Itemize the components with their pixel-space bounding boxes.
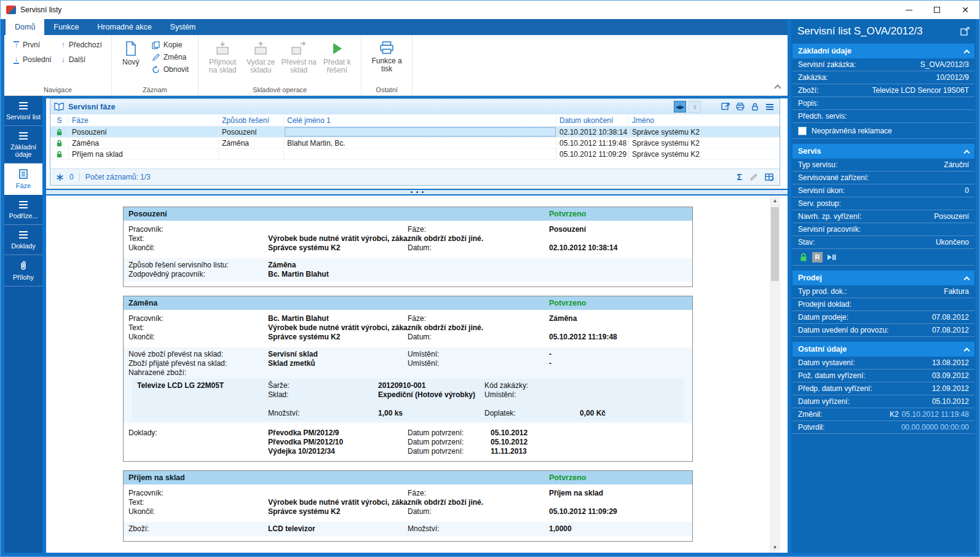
field-typ-prod-dok[interactable]: Typ prod. dok.:Faktura xyxy=(792,285,974,298)
change-button[interactable]: Změna xyxy=(148,52,193,63)
field-value: Správce systému K2 xyxy=(268,333,340,341)
column-header-s[interactable]: S xyxy=(50,114,69,126)
external-window-icon[interactable] xyxy=(960,27,970,36)
new-record-button[interactable]: Nový xyxy=(117,39,145,68)
section-header[interactable]: Základní údaje xyxy=(792,44,974,58)
sidebar-item-doklady[interactable]: Doklady xyxy=(4,225,42,255)
last-button[interactable]: ↓ Poslední xyxy=(9,54,56,65)
play-icon xyxy=(330,41,344,56)
close-button[interactable]: ✕ xyxy=(951,1,979,19)
field-label: Datum prodeje: xyxy=(798,313,848,322)
lock-button[interactable] xyxy=(749,101,761,113)
ribbon-tabs: Domů Funkce Hromadné akce Systém xyxy=(4,19,788,35)
left-sidebar: Servisní list Základní údaje Fáze Podříz… xyxy=(4,96,42,553)
copy-button[interactable]: Kopie xyxy=(148,39,193,50)
field-typ-servisu[interactable]: Typ servisu:Záruční xyxy=(792,159,974,172)
column-header-faze[interactable]: Fáze xyxy=(69,114,219,126)
field-potvrdil[interactable]: Potvrdil:00.00.0000 00:00:00 xyxy=(792,421,974,434)
scrollbar-thumb[interactable] xyxy=(771,207,779,281)
scroll-up-icon[interactable]: ▲ xyxy=(770,196,780,206)
column-header-datum-ukonceni[interactable]: Datum ukončení xyxy=(556,114,629,126)
sidebar-item-podrizene[interactable]: Podříze... xyxy=(4,195,42,225)
scrollbar-track[interactable] xyxy=(770,206,780,542)
chevron-up-icon xyxy=(964,149,970,156)
sidebar-item-zakladni-udaje[interactable]: Základní údaje xyxy=(4,126,42,164)
section-header[interactable]: Servis xyxy=(792,144,974,159)
column-header-zpusob-reseni[interactable]: Způsob řešení xyxy=(219,114,284,126)
print-button[interactable] xyxy=(734,101,746,113)
field-predp-datum-vyrizeni[interactable]: Předp. datum vyřízení:12.09.2012 xyxy=(792,382,974,395)
sidebar-item-faze[interactable]: Fáze xyxy=(4,164,42,195)
first-button[interactable]: ↑ První xyxy=(9,39,56,50)
status-badge: Potvrzeno xyxy=(549,473,586,482)
field-serv-postup[interactable]: Serv. postup: xyxy=(792,197,974,210)
sidebar-item-label: Doklady xyxy=(11,242,36,250)
table-row[interactable]: Příjem na sklad 05.10.2012 11:09:29 Sprá… xyxy=(50,149,780,160)
receive-to-stock-button[interactable]: Přijmout na sklad xyxy=(204,39,242,76)
checkbox-icon[interactable] xyxy=(798,127,807,135)
functions-print-button[interactable]: Funkce a tisk xyxy=(366,39,407,75)
cell-datum: 05.10.2012 11:19:48 xyxy=(556,138,629,148)
split-vertical-button[interactable]: ◀▶ xyxy=(674,101,686,113)
table-row[interactable]: Posouzení Posouzení 02.10.2012 10:38:14 … xyxy=(50,127,780,138)
field-zmenil[interactable]: Změnil:K205.10.2012 11:19:48 xyxy=(792,408,974,421)
refresh-button[interactable]: Obnovit xyxy=(148,64,193,75)
goods-row: Sklad: Expediční (Hotové výrobky) Umístě… xyxy=(132,390,684,409)
section-header[interactable]: Prodej xyxy=(792,271,974,285)
ribbon-group-zaznam: Nový Kopie Změna xyxy=(112,35,199,95)
field-prodejni-doklad[interactable]: Prodejní doklad: xyxy=(792,298,974,311)
field-popis[interactable]: Popis: xyxy=(792,97,974,110)
field-label: Pracovník: xyxy=(128,314,164,323)
field-label: Nahrazené zboží: xyxy=(128,368,186,377)
grid-edit-icon[interactable] xyxy=(765,173,774,181)
field-stav[interactable]: Stav:Ukončeno xyxy=(792,236,974,249)
field-predch-servis[interactable]: Předch. servis: xyxy=(792,110,974,123)
tab-system[interactable]: Systém xyxy=(161,19,205,35)
section-prodej: Prodej Typ prod. dok.:Faktura Prodejní d… xyxy=(792,271,974,337)
edit-pencil-icon[interactable] xyxy=(749,173,757,181)
field-datum-vyrizeni[interactable]: Datum vyřízení:05.10.2012 xyxy=(792,395,974,408)
content-area: Servisní fáze ◀▶ ▮ xyxy=(46,98,788,553)
column-header-cele-jmeno-1[interactable]: Celé jméno 1 xyxy=(284,114,556,126)
column-header-jmeno[interactable]: Jméno xyxy=(629,114,780,126)
field-label: Servisní úkon: xyxy=(798,186,845,195)
field-zbozi[interactable]: Zboží:Televize LCD Sencor 19S06T xyxy=(792,84,974,97)
next-button[interactable]: ↓ Další xyxy=(57,54,106,65)
previous-button[interactable]: ↑ Předchozí xyxy=(57,39,106,50)
field-servisni-zakazka[interactable]: Servisní zakázka:S_OVA/2012/3 xyxy=(792,58,974,71)
tab-hromadne-akce[interactable]: Hromadné akce xyxy=(88,19,160,35)
box-arrow-right-icon xyxy=(291,41,307,56)
field-datum-prodeje[interactable]: Datum prodeje:07.08.2012 xyxy=(792,311,974,324)
scroll-down-icon[interactable]: ▼ xyxy=(770,542,780,553)
field-datum-vystaveni[interactable]: Datum vystavení:13.08.2012 xyxy=(792,357,974,369)
export-button[interactable] xyxy=(719,101,732,113)
field-servisni-ukon[interactable]: Servisní úkon:0 xyxy=(792,184,974,197)
horizontal-splitter[interactable] xyxy=(46,189,788,196)
split-horizontal-button[interactable]: ▮ xyxy=(689,101,701,113)
field-zakazka[interactable]: Zakázka:10/2012/9 xyxy=(792,71,974,84)
field-poz-datum-vyrizeni[interactable]: Pož. datum vyřízení:03.09.2012 xyxy=(792,369,974,382)
grid-menu-button[interactable] xyxy=(764,101,776,113)
field-label: Sklad: xyxy=(268,390,288,399)
field-servisovane-zarizeni[interactable]: Servisované zařízení: xyxy=(792,172,974,184)
goods-row: Množství: 1,00 ks Doplatek: 0,00 Kč xyxy=(132,409,684,418)
field-servisni-pracovnik[interactable]: Servisní pracovník: xyxy=(792,223,974,236)
issue-from-stock-button[interactable]: Vydat ze skladu xyxy=(242,39,280,76)
tab-funkce[interactable]: Funkce xyxy=(44,19,88,35)
field-datum-uvedeni-do-provozu[interactable]: Datum uvedení do provozu:07.08.2012 xyxy=(792,324,974,337)
left-column: Domů Funkce Hromadné akce Systém ↑ První… xyxy=(4,19,788,553)
maximize-button[interactable] xyxy=(923,1,951,19)
transfer-to-stock-button[interactable]: Převést na sklad xyxy=(280,39,318,76)
panel-title: Záměna xyxy=(128,299,157,307)
table-row[interactable]: Záměna Záměna Blahut Martin, Bc. 05.10.2… xyxy=(50,138,780,149)
sum-icon[interactable]: Σ xyxy=(737,172,742,182)
sidebar-item-prilohy[interactable]: Přílohy xyxy=(4,255,42,286)
sidebar-item-servisni-list[interactable]: Servisní list xyxy=(4,96,42,126)
handover-to-solution-button[interactable]: Předat k řešení xyxy=(318,39,356,76)
collapse-ribbon-chevron-icon[interactable] xyxy=(774,84,781,91)
tab-domu[interactable]: Domů xyxy=(6,19,44,35)
vertical-scrollbar[interactable]: ▲ ▼ xyxy=(770,196,780,553)
minimize-button[interactable] xyxy=(895,1,923,19)
section-header[interactable]: Ostatní údaje xyxy=(792,342,974,357)
field-navrh-zp-vyrizeni[interactable]: Navrh. zp. vyřízení:Posouzení xyxy=(792,210,974,223)
